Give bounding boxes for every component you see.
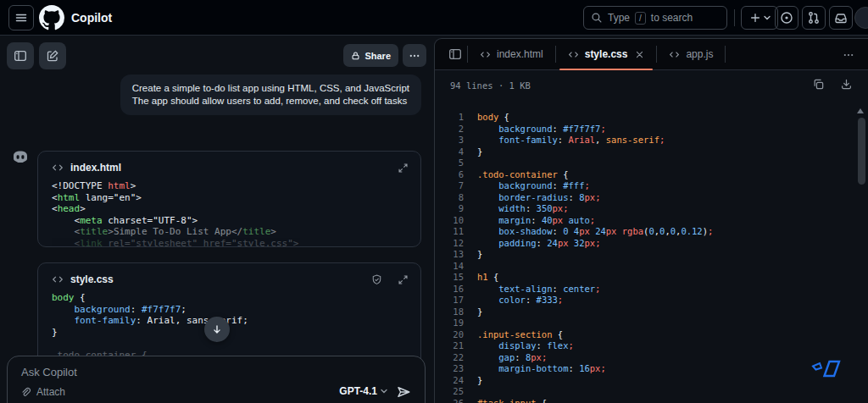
code-line: 21 display: flex; [435,340,868,352]
line-number: 13 [435,249,464,261]
paperclip-icon [19,386,31,398]
code-line: 17 color: #333; [435,295,868,306]
chat-sidebar-toggle-button[interactable] [7,42,34,69]
chat-input[interactable]: Ask Copilot Attach GPT-4.1 [7,356,426,403]
line-number: 23 [435,363,464,375]
card-filename: index.html [70,162,121,174]
code-icon [480,49,491,60]
app-title: Copilot [71,11,112,25]
watermark-logo [810,358,848,380]
code-line: 16 text-align: center; [435,284,868,295]
hamburger-icon [14,11,28,25]
global-header: Copilot Type / to search [0,0,868,36]
arrow-down-icon [211,323,223,335]
code-line: body { [52,292,407,304]
code-line: background: #f7f7f7; [52,304,407,316]
code-icon [669,49,680,60]
code-line: 22 gap: 8px; [435,352,868,364]
line-number: 7 [435,180,464,192]
code-line: <link rel="stylesheet" href="style.css"> [52,238,407,248]
line-number: 26 [435,398,464,403]
file-meta: 94 lines · 1 KB [450,80,531,91]
editor-tab-app-js[interactable]: app.js [657,39,725,70]
share-button[interactable]: Share [343,44,398,67]
editor-more-button[interactable] [841,47,856,63]
hamburger-menu-button[interactable] [8,5,34,30]
line-number: 2 [435,124,464,135]
editor-scrollbar-thumb[interactable] [858,118,865,185]
code-line: 19 [435,317,868,329]
editor-tab-style-css[interactable]: style.css [556,39,657,70]
create-new-button[interactable] [741,6,778,30]
kebab-horizontal-icon [409,50,420,62]
code-line: <!DOCTYPE html> [52,180,407,192]
code-line: 6.todo-container { [435,169,868,181]
code-line: <meta charset="UTF-8"> [52,215,407,227]
line-number: 4 [435,146,464,158]
tab-divider [725,46,726,63]
user-avatar[interactable] [854,7,868,29]
issues-button[interactable] [775,6,798,30]
user-message-bubble: Create a simple to-do list app using HTM… [120,75,421,115]
issue-opened-icon [780,11,793,25]
line-number: 12 [435,238,464,250]
send-button[interactable] [396,384,413,401]
search-placeholder-pre: Type [608,12,630,24]
line-number: 19 [435,317,464,329]
chat-options-button[interactable] [403,44,426,67]
inbox-button[interactable] [829,6,853,30]
code-line: 13} [435,249,868,261]
github-logo-icon[interactable] [39,5,64,30]
editor-sidebar-toggle-button[interactable] [443,42,467,66]
code-line: 3 font-family: Arial, sans-serif; [435,135,868,146]
line-number: 25 [435,386,464,398]
code-line: 7 background: #fff; [435,180,868,192]
line-number: 15 [435,272,464,284]
code-line: 20.input-section { [435,329,868,341]
new-chat-button[interactable] [39,42,66,69]
pull-requests-button[interactable] [802,6,826,30]
line-number: 16 [435,284,464,295]
search-icon [591,12,603,24]
code-line: <head> [52,203,407,215]
code-line: 15h1 { [435,272,868,284]
editor-tab-strip: index.htmlstyle.cssapp.js [467,39,726,70]
line-number: 24 [435,375,464,387]
line-number: 14 [435,261,464,273]
code-icon [52,273,64,285]
editor-panel: index.htmlstyle.cssapp.js 94 lines · 1 K… [434,38,868,403]
git-pull-request-icon [807,11,821,25]
line-number: 9 [435,203,464,215]
code-line: font-family: Arial, sans-serif; [52,315,407,327]
attach-button[interactable]: Attach [19,386,65,398]
expand-icon[interactable] [398,274,409,285]
expand-icon[interactable] [398,163,409,174]
tab-label: style.css [585,48,628,60]
model-selector[interactable]: GPT-4.1 [339,385,387,397]
download-button[interactable] [840,78,853,91]
scrollbar-up-arrow[interactable] [857,108,864,113]
copy-button[interactable] [812,78,825,91]
new-chat-pencil-icon [46,49,59,63]
tab-close-icon[interactable] [635,50,644,59]
search-placeholder-post: to search [651,12,693,24]
line-number: 11 [435,226,464,238]
code-line: 4} [435,146,868,158]
scroll-to-bottom-button[interactable] [204,317,230,342]
tab-label: app.js [686,48,713,60]
model-label: GPT-4.1 [339,385,377,397]
tab-label: index.html [497,48,543,60]
shield-check-icon[interactable] [371,274,382,285]
card-filename: style.css [70,273,114,285]
chevron-down-icon [381,389,387,394]
code-line: 1body { [435,112,868,124]
line-number: 10 [435,215,464,227]
code-line: 5 [435,157,868,169]
global-search-input[interactable]: Type / to search [583,6,727,30]
copilot-workspace: Copilot Type / to search [0,0,868,403]
editor-tab-index-html[interactable]: index.html [468,39,555,70]
editor-code-area[interactable]: 1body {2 background: #f7f7f7;3 font-fami… [435,99,868,403]
code-line: 26#task-input { [435,398,868,403]
line-number: 17 [435,295,464,306]
lock-icon [351,51,360,61]
